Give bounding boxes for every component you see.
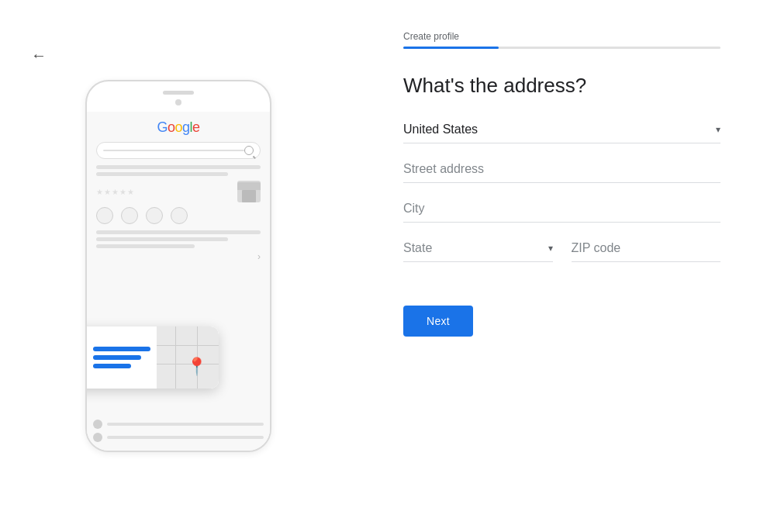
star: ★ [127, 188, 134, 196]
action-circle [146, 207, 163, 224]
chevron-down-icon: ▾ [716, 124, 720, 135]
stars: ★ ★ ★ ★ ★ [96, 188, 134, 196]
phone-content-lines [96, 165, 261, 176]
progress-bar-fill [403, 47, 499, 49]
state-zip-row: State ▾ [403, 241, 720, 281]
location-pin-icon: 📍 [85, 351, 87, 365]
star: ★ [96, 188, 103, 196]
star: ★ [112, 188, 119, 196]
zip-code-input[interactable] [572, 241, 721, 262]
phone-bottom [87, 415, 270, 451]
state-field-group: State ▾ [403, 241, 553, 262]
progress-label: Create profile [403, 31, 720, 42]
location-card-lines [93, 347, 157, 368]
phone-bottom-row [93, 420, 264, 429]
google-logo: Google [157, 119, 199, 136]
map-preview: 📍 [157, 326, 219, 389]
action-circle [96, 207, 113, 224]
progress-bar-track [403, 47, 720, 49]
back-button[interactable]: ← [31, 47, 47, 64]
phone-bottom-row [93, 433, 264, 442]
content-line [96, 237, 228, 241]
next-button[interactable]: Next [403, 306, 473, 337]
phone-speaker [163, 91, 194, 95]
page-title: What's the address? [403, 74, 720, 98]
content-line [96, 172, 228, 176]
map-line [157, 345, 219, 346]
bottom-line [107, 436, 264, 439]
chevron-down-icon: ▾ [548, 243, 553, 254]
location-line [93, 355, 141, 360]
map-line [175, 326, 176, 389]
location-card: 📍 📍 [85, 326, 219, 389]
location-line [93, 347, 150, 351]
city-field-group [403, 202, 720, 223]
left-panel: ← Google ★ ★ ★ [0, 0, 357, 532]
star: ★ [104, 188, 111, 196]
action-circle [121, 207, 138, 224]
right-panel: Create profile What's the address? Unite… [357, 0, 767, 532]
phone-camera [175, 99, 181, 105]
shop-icon [237, 181, 261, 202]
country-select[interactable]: United States ▾ [403, 123, 720, 143]
bottom-icon [93, 420, 102, 429]
star: ★ [119, 188, 126, 196]
bottom-icon [93, 433, 102, 442]
content-line [96, 165, 261, 169]
progress-section: Create profile [403, 31, 720, 49]
phone-mockup: Google ★ ★ ★ ★ ★ [85, 80, 271, 452]
action-circle [171, 207, 188, 224]
zip-field-group [572, 241, 721, 262]
street-field-group [403, 162, 720, 183]
phone-more-lines [96, 230, 261, 248]
search-icon [244, 146, 254, 155]
search-line [103, 150, 244, 151]
phone-search-bar [96, 142, 261, 159]
city-input[interactable] [403, 202, 720, 223]
map-pin-icon: 📍 [186, 357, 207, 377]
state-placeholder: State [403, 241, 548, 255]
country-field-group: United States ▾ [403, 123, 720, 143]
location-line [93, 364, 131, 368]
address-form: United States ▾ State ▾ Next [403, 123, 720, 337]
bottom-line [107, 423, 264, 426]
content-line [96, 244, 195, 248]
phone-stars-row: ★ ★ ★ ★ ★ [96, 181, 261, 202]
country-value: United States [403, 123, 716, 136]
chevron-right-icon: › [257, 251, 261, 262]
street-address-input[interactable] [403, 162, 720, 183]
action-icons [96, 207, 261, 224]
content-line [96, 230, 261, 234]
state-select[interactable]: State ▾ [403, 241, 553, 262]
